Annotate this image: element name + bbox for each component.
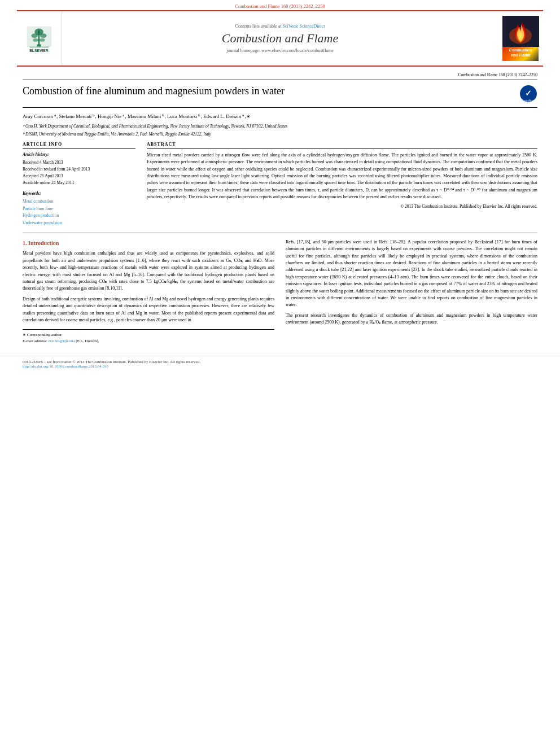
svg-text:ELSEVIER: ELSEVIER (29, 49, 49, 53)
journal-cover-image: Combustionand Flame (502, 16, 539, 61)
intro-para2: Design of both traditional energetic sys… (23, 296, 274, 324)
received-date: Received 4 March 2013 (23, 159, 135, 166)
elsevier-logo: ELSEVIER (21, 23, 57, 54)
introduction-section: 1. Introduction Metal powders have high … (23, 239, 537, 344)
affiliations: ᵃ Otto H. York Department of Chemical, B… (23, 123, 537, 137)
journal-header-center: Contents lists available at SciVerse Sci… (62, 11, 498, 65)
intro-para1: Metal powders have high combustion entha… (23, 250, 274, 292)
corresponding-note: ∗ Corresponding author. (23, 332, 274, 338)
svg-point-4 (40, 33, 47, 38)
footnote: ∗ Corresponding author. E-mail address: … (23, 329, 274, 344)
accepted-date: Accepted 25 April 2013 (23, 173, 135, 180)
svg-point-3 (31, 33, 38, 38)
email-note: E-mail address: dreizin@njit.edu (E.L. D… (23, 338, 274, 344)
keyword-3[interactable]: Hydrogen production (23, 212, 135, 220)
cover-flame-svg (502, 16, 539, 47)
copyright: © 2013 The Combustion Institute. Publish… (147, 203, 537, 210)
svg-rect-7 (37, 44, 41, 46)
keyword-1[interactable]: Metal combustion (23, 198, 135, 206)
keyword-2[interactable]: Particle burn time (23, 206, 135, 213)
history-label: Article history: (23, 152, 135, 157)
journal-title: Combustion and Flame (222, 31, 339, 46)
keywords-section: Keywords: Metal combustion Particle burn… (23, 191, 135, 227)
article-title-section: Combustion of fine aluminum and magnesiu… (23, 80, 537, 108)
elsevier-logo-container: ELSEVIER (17, 11, 62, 65)
footer-doi[interactable]: http://dx.doi.org/10.1016/j.combustflame… (23, 364, 537, 369)
keywords-label: Keywords: (23, 191, 135, 196)
abstract-text: Micron-sized metal powders carried by a … (147, 152, 537, 209)
online-date: Available online 24 May 2013 (23, 180, 135, 186)
svg-text:CrossMark: CrossMark (522, 99, 536, 102)
crossmark-icon: ✓ CrossMark (519, 85, 537, 103)
article-info-label: ARTICLE INFO (23, 142, 135, 148)
journal-reference: Combustion and Flame 160 (2013) 2242–225… (0, 0, 560, 10)
intro-heading: 1. Introduction (23, 239, 274, 248)
email-link[interactable]: dreizin@njit.edu (49, 339, 75, 343)
keyword-4[interactable]: Underwater propulsion (23, 220, 135, 227)
article-title: Combustion of fine aluminum and magnesiu… (23, 85, 514, 98)
footer-issn: 0010-2180/$ – see front matter © 2013 Th… (23, 360, 537, 364)
revised-date: Received in revised form 24 April 2013 (23, 166, 135, 173)
introduction-col-left: 1. Introduction Metal powders have high … (23, 239, 274, 344)
svg-point-6 (40, 38, 45, 42)
journal-cover-container: Combustionand Flame (498, 11, 543, 65)
journal-header: ELSEVIER Contents lists available at Sci… (17, 10, 543, 67)
article-info-abstract: ARTICLE INFO Article history: Received 4… (23, 142, 537, 227)
main-content: Combustion and Flame 160 (2013) 2242–225… (0, 67, 560, 350)
svg-rect-8 (30, 46, 49, 47)
intro-right-para2: The present research investigates the dy… (286, 312, 537, 326)
svg-text:✓: ✓ (525, 89, 532, 98)
abstract-label: ABSTRACT (147, 142, 537, 148)
sciverse-link[interactable]: Contents lists available at SciVerse Sci… (235, 24, 325, 29)
introduction-col-right: Refs. [17,18], and 50-μm particles were … (286, 239, 537, 344)
cover-title-text: Combustionand Flame (508, 47, 533, 59)
sciverse-link-text[interactable]: SciVerse ScienceDirect (283, 24, 325, 29)
intro-right-para1: Refs. [17,18], and 50-μm particles were … (286, 239, 537, 309)
article-top-ref: Combustion and Flame 160 (2013) 2242–225… (23, 72, 537, 77)
abstract-col: ABSTRACT Micron-sized metal powders carr… (147, 142, 537, 227)
svg-point-5 (33, 38, 38, 42)
journal-homepage: journal homepage: www.elsevier.com/locat… (226, 48, 334, 53)
footer: 0010-2180/$ – see front matter © 2013 Th… (0, 356, 560, 372)
article-info-col: ARTICLE INFO Article history: Received 4… (23, 142, 135, 227)
authors: Amy Corcoran ᵃ, Stefano Mercati ᵇ, Hongq… (23, 112, 537, 120)
section-divider (23, 233, 537, 233)
